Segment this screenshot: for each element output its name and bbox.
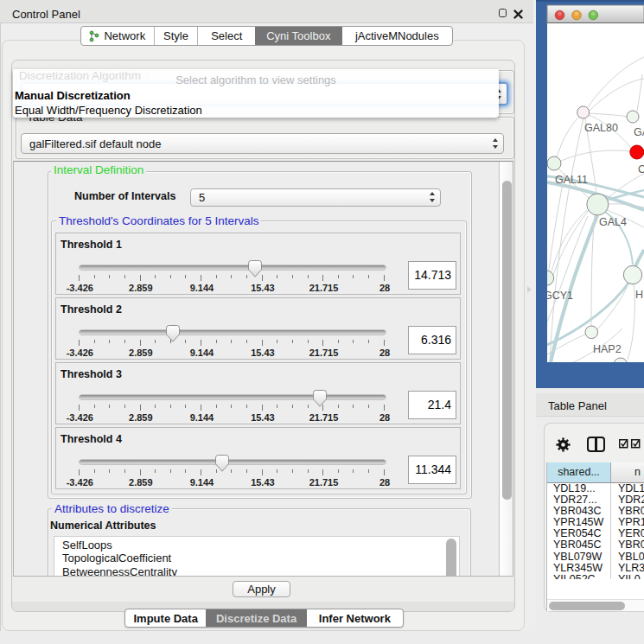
svg-text:GCY1: GCY1 xyxy=(544,290,573,302)
svg-text:H: H xyxy=(635,289,643,301)
svg-text:GAL4: GAL4 xyxy=(599,216,627,228)
svg-text:GAL80: GAL80 xyxy=(584,122,618,134)
svg-text:GA: GA xyxy=(634,126,644,138)
svg-text:C: C xyxy=(638,163,644,175)
svg-text:HAP2: HAP2 xyxy=(593,343,622,355)
svg-text:GAL11: GAL11 xyxy=(555,174,588,186)
